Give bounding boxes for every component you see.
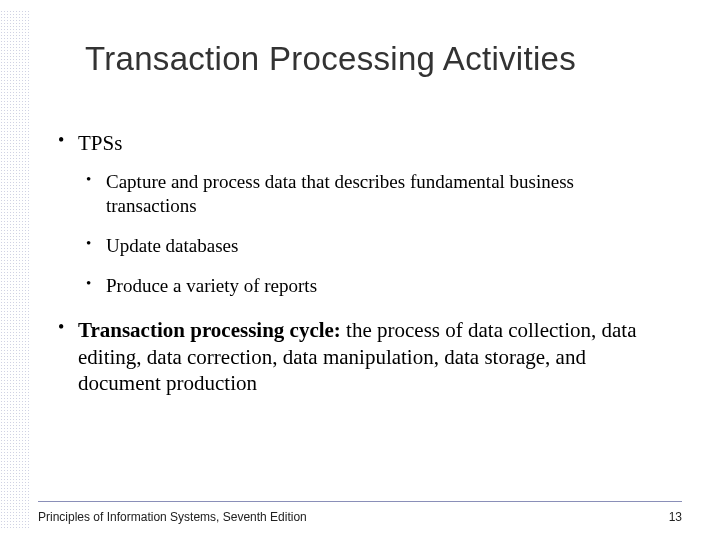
slide: Transaction Processing Activities TPSs C… <box>0 0 720 540</box>
bold-lead: Transaction processing cycle: <box>78 318 341 342</box>
bullet-text: Update databases <box>106 234 680 258</box>
bullet-text: Transaction processing cycle: the proces… <box>78 317 680 396</box>
list-item: TPSs Capture and process data that descr… <box>50 130 680 297</box>
footer-text: Principles of Information Systems, Seven… <box>38 510 307 524</box>
sidebar-ornament <box>0 10 30 530</box>
bullet-text: TPSs <box>78 130 680 156</box>
list-item: Transaction processing cycle: the proces… <box>50 317 680 396</box>
slide-title: Transaction Processing Activities <box>85 40 680 78</box>
list-item: Produce a variety of reports <box>78 274 680 298</box>
list-item: Update databases <box>78 234 680 258</box>
page-number: 13 <box>669 510 682 524</box>
bullet-text: Produce a variety of reports <box>106 274 680 298</box>
bullet-list: TPSs Capture and process data that descr… <box>50 130 680 396</box>
footer-divider <box>38 501 682 502</box>
bullet-text: Capture and process data that describes … <box>106 170 680 218</box>
list-item: Capture and process data that describes … <box>78 170 680 218</box>
sub-bullet-list: Capture and process data that describes … <box>78 170 680 297</box>
slide-content: TPSs Capture and process data that descr… <box>50 130 680 416</box>
